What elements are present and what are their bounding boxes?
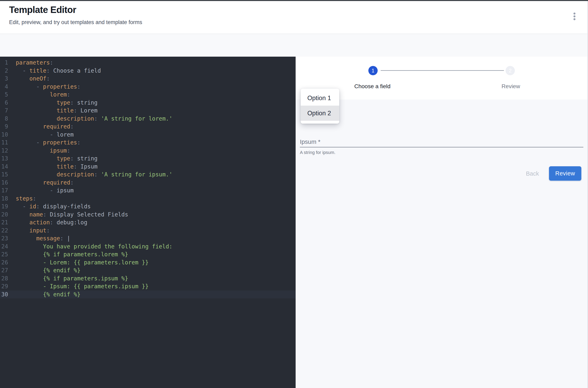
step-2-label: Review <box>470 83 551 90</box>
line-number: 7 <box>0 107 8 115</box>
code-text: title: Lorem <box>8 107 98 115</box>
line-number: 24 <box>0 242 8 251</box>
code-text: - Ipsum: {{ parameters.ipsum }} <box>8 282 149 291</box>
menu-option[interactable]: Option 1 <box>301 90 339 106</box>
line-number: 3 <box>0 75 8 83</box>
code-line[interactable]: 16 required: <box>0 179 296 187</box>
code-line[interactable]: 17 - ipsum <box>0 187 296 194</box>
line-number: 5 <box>0 91 8 99</box>
step-2-number: 2 <box>509 68 512 74</box>
code-text: required: <box>8 122 74 131</box>
line-number: 10 <box>0 131 8 139</box>
line-number: 2 <box>0 67 8 75</box>
code-text: {% endif %} <box>8 291 80 299</box>
page-subtitle: Edit, preview, and try out templates and… <box>9 19 142 25</box>
line-number: 1 <box>0 59 8 67</box>
page-title: Template Editor <box>9 4 76 15</box>
code-line[interactable]: 20 name: Display Selected Fields <box>0 211 296 219</box>
code-line[interactable]: 18steps: <box>0 194 296 203</box>
code-line[interactable]: 28 {% if parameters.ipsum %} <box>0 274 296 283</box>
code-text: input: <box>8 227 50 235</box>
code-text: action: debug:log <box>8 218 87 227</box>
line-number: 30 <box>0 291 8 299</box>
line-number: 19 <box>0 202 8 211</box>
step-1-circle[interactable]: 1 <box>368 66 378 75</box>
code-text: lorem: <box>8 91 70 99</box>
code-line[interactable]: 7 title: Lorem <box>0 107 296 115</box>
code-line[interactable]: 2 - title: Choose a field <box>0 67 296 75</box>
line-number: 22 <box>0 227 8 235</box>
line-number: 16 <box>0 179 8 187</box>
code-text: required: <box>8 179 74 187</box>
line-number: 14 <box>0 163 8 171</box>
code-line[interactable]: 10 - lorem <box>0 131 296 139</box>
code-text: - properties: <box>8 83 80 91</box>
code-line[interactable]: 19 - id: display-fields <box>0 202 296 211</box>
line-number: 27 <box>0 267 8 274</box>
line-number: 12 <box>0 147 8 155</box>
code-text: - lorem <box>8 131 74 139</box>
code-line[interactable]: 11 - properties: <box>0 139 296 147</box>
code-line[interactable]: 26 - Lorem: {{ parameters.lorem }} <box>0 259 296 267</box>
code-text: message: | <box>8 235 70 242</box>
code-line[interactable]: 25 {% if parameters.lorem %} <box>0 250 296 259</box>
load-template-row: Load Existing Template Example Template <box>0 34 588 57</box>
code-text: ipsum: <box>8 147 70 155</box>
code-line[interactable]: 14 title: Ipsum <box>0 163 296 171</box>
code-line[interactable]: 12 ipsum: <box>0 147 296 155</box>
code-text: {% if parameters.lorem %} <box>8 250 128 259</box>
code-text: type: string <box>8 155 98 163</box>
review-button[interactable]: Review <box>549 166 581 181</box>
header: Template Editor Edit, preview, and try o… <box>0 1 588 34</box>
code-line[interactable]: 29 - Ipsum: {{ parameters.ipsum }} <box>0 282 296 291</box>
ipsum-field-input[interactable] <box>300 147 583 147</box>
ipsum-field-helper: A string for ipsum. <box>300 150 335 155</box>
code-line[interactable]: 13 type: string <box>0 155 296 163</box>
code-line[interactable]: 24 You have provided the following field… <box>0 242 296 251</box>
line-number: 23 <box>0 235 8 242</box>
yaml-code-editor[interactable]: 1parameters:2 - title: Choose a field3 o… <box>0 57 296 388</box>
kebab-menu-icon[interactable] <box>571 11 578 22</box>
line-number: 13 <box>0 155 8 163</box>
line-number: 17 <box>0 187 8 194</box>
code-text: - properties: <box>8 139 80 147</box>
code-text: - ipsum <box>8 187 74 194</box>
code-text: - title: Choose a field <box>8 67 101 75</box>
code-lines: 1parameters:2 - title: Choose a field3 o… <box>0 59 296 298</box>
code-line[interactable]: 5 lorem: <box>0 91 296 99</box>
ipsum-field-label: Ipsum * <box>300 138 321 145</box>
option-menu: Option 1Option 2 <box>301 89 339 124</box>
code-line[interactable]: 21 action: debug:log <box>0 218 296 227</box>
line-number: 26 <box>0 259 8 267</box>
code-line[interactable]: 22 input: <box>0 227 296 235</box>
line-number: 21 <box>0 218 8 227</box>
code-text: {% endif %} <box>8 267 80 274</box>
code-text: name: Display Selected Fields <box>8 211 128 219</box>
code-text: description: 'A string for lorem.' <box>8 115 172 123</box>
code-text: You have provided the following field: <box>8 242 172 251</box>
code-line[interactable]: 3 oneOf: <box>0 75 296 83</box>
code-text: oneOf: <box>8 75 50 83</box>
line-number: 25 <box>0 250 8 259</box>
kebab-dot <box>573 13 575 15</box>
line-number: 28 <box>0 274 8 283</box>
step-2-circle[interactable]: 2 <box>505 66 515 75</box>
step-1-label: Choose a field <box>332 83 413 90</box>
code-line[interactable]: 6 type: string <box>0 99 296 107</box>
code-line[interactable]: 30 {% endif %} <box>0 291 296 299</box>
template-form-panel: 1 2 Choose a field Review Option 1Option… <box>296 57 588 388</box>
line-number: 15 <box>0 170 8 179</box>
step-1-number: 1 <box>371 68 374 74</box>
line-number: 6 <box>0 99 8 107</box>
code-line[interactable]: 8 description: 'A string for lorem.' <box>0 115 296 123</box>
code-line[interactable]: 27 {% endif %} <box>0 267 296 274</box>
line-number: 20 <box>0 211 8 219</box>
code-line[interactable]: 1parameters: <box>0 59 296 67</box>
line-number: 8 <box>0 115 8 123</box>
code-line[interactable]: 15 description: 'A string for ipsum.' <box>0 170 296 179</box>
code-line[interactable]: 9 required: <box>0 122 296 131</box>
back-button[interactable]: Back <box>518 168 546 180</box>
code-line[interactable]: 4 - properties: <box>0 83 296 91</box>
menu-option[interactable]: Option 2 <box>301 106 339 121</box>
code-line[interactable]: 23 message: | <box>0 235 296 242</box>
